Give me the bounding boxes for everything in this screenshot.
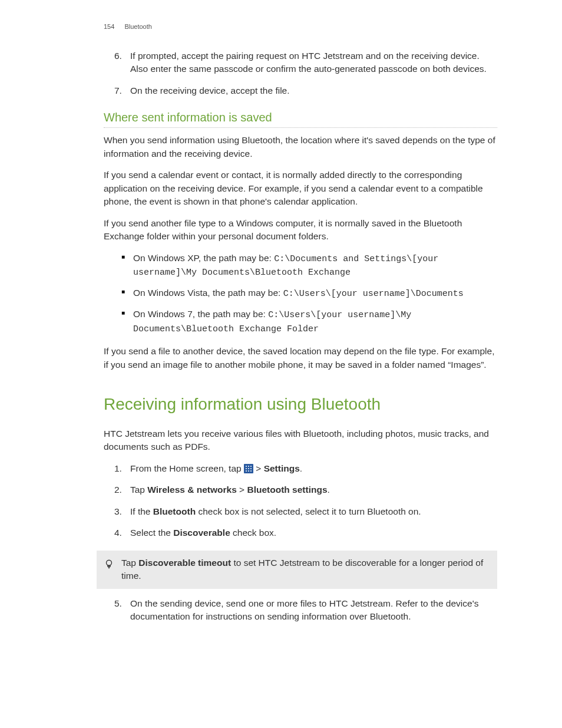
paragraph: When you send information using Bluetoot… bbox=[104, 134, 497, 160]
step-number: 4. bbox=[114, 526, 122, 539]
receiving-steps-cont: 5. On the sending device, send one or mo… bbox=[104, 597, 497, 624]
step-6: 6. If prompted, accept the pairing reque… bbox=[104, 50, 497, 76]
step-text: On the receiving device, accept the file… bbox=[130, 85, 290, 95]
steps-continued: 6. If prompted, accept the pairing reque… bbox=[104, 50, 497, 97]
svg-point-0 bbox=[107, 560, 112, 565]
tip-text: Tap Discoverable timeout to set HTC Jets… bbox=[121, 556, 491, 583]
page-section: Bluetooth bbox=[124, 23, 151, 30]
apps-grid-icon bbox=[244, 464, 253, 473]
bullet-lead: On Windows 7, the path may be: bbox=[133, 309, 268, 319]
step-text: If prompted, accept the pairing request … bbox=[130, 51, 487, 74]
step-number: 1. bbox=[114, 462, 122, 475]
page-header: 154 Bluetooth bbox=[104, 22, 497, 32]
list-item: On Windows 7, the path may be: C:\Users\… bbox=[104, 308, 497, 336]
list-item: On Windows Vista, the path may be: C:\Us… bbox=[104, 286, 497, 301]
list-item: On Windows XP, the path may be: C:\Docum… bbox=[104, 252, 497, 280]
subheading-where-saved: Where sent information is saved bbox=[104, 109, 497, 128]
paragraph: If you send a file to another device, th… bbox=[104, 345, 497, 371]
step-text: Tap Wireless & networks > Bluetooth sett… bbox=[130, 485, 330, 495]
step-1: 1. From the Home screen, tap > Settings. bbox=[104, 462, 497, 475]
step-text: From the Home screen, tap > Settings. bbox=[130, 463, 302, 473]
document-page: 154 Bluetooth 6. If prompted, accept the… bbox=[0, 0, 562, 728]
page-number: 154 bbox=[104, 23, 114, 30]
paragraph: If you send another file type to a Windo… bbox=[104, 217, 497, 243]
bullet-lead: On Windows XP, the path may be: bbox=[133, 253, 274, 263]
step-text: On the sending device, send one or more … bbox=[130, 598, 478, 621]
bullet-lead: On Windows Vista, the path may be: bbox=[133, 288, 283, 298]
step-number: 5. bbox=[114, 597, 122, 610]
path-list: On Windows XP, the path may be: C:\Docum… bbox=[104, 252, 497, 336]
step-number: 3. bbox=[114, 505, 122, 518]
step-text: Select the Discoverable check box. bbox=[130, 528, 276, 538]
step-5: 5. On the sending device, send one or mo… bbox=[104, 597, 497, 624]
paragraph: HTC Jetstream lets you receive various f… bbox=[104, 427, 497, 454]
lightbulb-icon bbox=[104, 558, 114, 574]
step-7: 7. On the receiving device, accept the f… bbox=[104, 84, 497, 97]
tip-callout: Tap Discoverable timeout to set HTC Jets… bbox=[97, 551, 497, 589]
step-4: 4. Select the Discoverable check box. bbox=[104, 526, 497, 539]
step-text: If the Bluetooth check box is not select… bbox=[130, 506, 421, 516]
receiving-steps: 1. From the Home screen, tap > Settings.… bbox=[104, 462, 497, 540]
heading-receiving: Receiving information using Bluetooth bbox=[104, 393, 497, 417]
step-number: 7. bbox=[114, 84, 122, 97]
step-number: 6. bbox=[114, 50, 122, 62]
step-number: 2. bbox=[114, 483, 122, 496]
paragraph: If you send a calendar event or contact,… bbox=[104, 169, 497, 208]
step-3: 3. If the Bluetooth check box is not sel… bbox=[104, 505, 497, 518]
path-code: C:\Users\[your username]\Documents bbox=[283, 289, 464, 299]
step-2: 2. Tap Wireless & networks > Bluetooth s… bbox=[104, 483, 497, 496]
